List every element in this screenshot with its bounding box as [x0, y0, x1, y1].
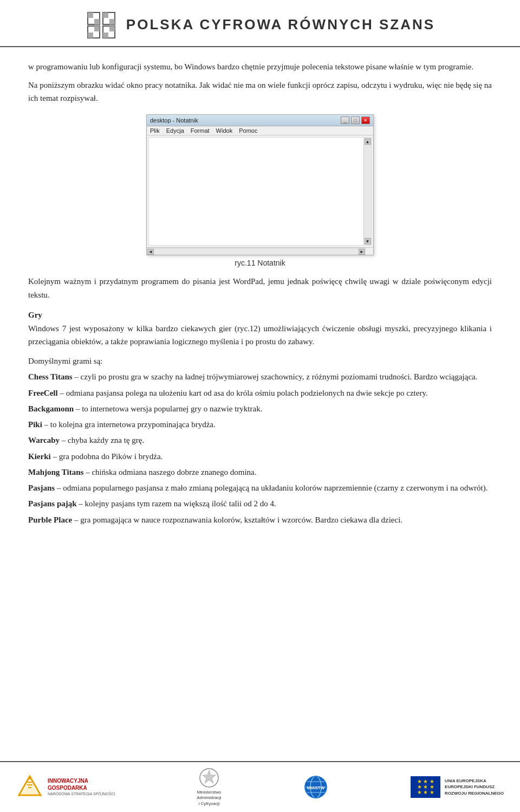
- notepad-body: ▲ ▼: [148, 137, 372, 246]
- games-intro: Windows 7 jest wyposażony w kilka bardzo…: [28, 322, 492, 349]
- svg-rect-15: [27, 784, 32, 785]
- game-name-pasjans: Pasjans: [28, 484, 55, 492]
- page-wrapper: POLSKA CYFROWA RÓWNYCH SZANS w programow…: [0, 0, 520, 812]
- menu-pomoc[interactable]: Pomoc: [239, 127, 257, 134]
- scroll-right-arrow[interactable]: ►: [359, 249, 365, 255]
- game-name-backgamonn: Backgamonn: [28, 404, 74, 413]
- notepad-titlebar-buttons: _ □ ✕: [341, 117, 370, 124]
- notepad-menubar: Plik Edycja Format Widok Pomoc: [147, 126, 373, 136]
- footer: INNOWACYJNAGOSPODARKA NARODOWA STRATEGIA…: [0, 761, 520, 812]
- eu-text-block: UNIA EUROPEJSKA EUROPEJSKI FUNDUSZ ROZWO…: [445, 778, 504, 796]
- game-desc-chess: – czyli po prostu gra w szachy na ładnej…: [73, 372, 478, 381]
- svg-rect-5: [109, 19, 115, 24]
- internet-icon: MIASTW: [303, 774, 329, 800]
- game-desc-freecell: – odmiana pasjansa polega na ułożeniu ka…: [58, 389, 428, 397]
- list-item: Backgamonn – to internetowa wersja popul…: [28, 402, 492, 416]
- innowacyjna-sub-text: NARODOWA STRATEGIA SPÓJNOŚCI: [48, 791, 115, 796]
- footer-logo-eu: ★ ★ ★★ ★ ★★ ★ ★ UNIA EUROPEJSKA EUROPEJS…: [411, 776, 504, 798]
- footer-logo-innowacyjna: INNOWACYJNAGOSPODARKA NARODOWA STRATEGIA…: [16, 774, 115, 801]
- notepad-caption: ryc.11 Notatnik: [28, 259, 492, 267]
- scroll-left-arrow[interactable]: ◄: [147, 249, 154, 255]
- wordpad-text: Kolejnym ważnym i przydatnym programem d…: [28, 275, 492, 302]
- eu-flag-icon: ★ ★ ★★ ★ ★★ ★ ★: [411, 776, 440, 798]
- game-name-freecell: FreeCell: [28, 389, 58, 397]
- footer-logo-internet: MIASTW: [303, 774, 329, 800]
- svg-point-17: [28, 776, 31, 779]
- games-heading: Gry: [28, 311, 492, 320]
- ministerstwo-text: Ministerstwo Administracji i Cyfryzacji: [197, 790, 221, 807]
- default-games-label: Domyślnymi grami są:: [28, 354, 492, 368]
- list-item: Purble Place – gra pomagająca w nauce ro…: [28, 513, 492, 527]
- svg-rect-2: [94, 19, 100, 24]
- game-name-purble: Purble Place: [28, 515, 72, 524]
- menu-plik[interactable]: Plik: [150, 127, 160, 134]
- list-item: Piki – to kolejna gra internetowa przypo…: [28, 417, 492, 431]
- svg-rect-14: [26, 782, 34, 783]
- maximize-button[interactable]: □: [351, 117, 360, 124]
- game-name-mahjong: Mahjong Titans: [28, 468, 83, 476]
- game-desc-pasjans: – odmiana popularnego pasjansa z mało zm…: [55, 484, 487, 492]
- innowacyjna-icon: [16, 774, 43, 801]
- svg-rect-7: [94, 26, 100, 31]
- footer-logo-ministerstwo: Ministerstwo Administracji i Cyfryzacji: [197, 768, 221, 807]
- notepad-bottom-bar: ◄ ►: [147, 247, 373, 255]
- ministerstwo-icon: [199, 768, 219, 788]
- notepad-hscrollbar[interactable]: ◄ ►: [147, 248, 366, 255]
- game-name-kierki: Kierki: [28, 452, 51, 461]
- game-desc-pajak: – kolejny pasjans tym razem na większą i…: [77, 499, 276, 508]
- game-name-piki: Piki: [28, 420, 42, 429]
- header-logo-icon: [85, 10, 118, 40]
- notepad-window: desktop - Notatnik _ □ ✕ Plik Edycja For…: [146, 114, 374, 255]
- svg-rect-16: [28, 787, 31, 788]
- svg-text:MIASTW: MIASTW: [307, 785, 325, 790]
- svg-rect-10: [103, 33, 108, 38]
- notepad-vscrollbar[interactable]: ▲ ▼: [363, 138, 371, 245]
- games-list: Domyślnymi grami są: Chess Titans – czyl…: [28, 354, 492, 527]
- notepad-title-text: desktop - Notatnik: [150, 117, 198, 124]
- game-name-pajak: Pasjans pająk: [28, 499, 77, 508]
- svg-marker-19: [203, 770, 216, 783]
- svg-rect-8: [88, 33, 93, 38]
- intro-para2: Na poniższym obrazku widać okno pracy no…: [28, 79, 492, 105]
- list-item: Chess Titans – czyli po prostu gra w sza…: [28, 370, 492, 384]
- game-desc-mahjong: – chińska odmiana naszego dobrze znanego…: [83, 468, 256, 476]
- menu-edycja[interactable]: Edycja: [166, 127, 184, 134]
- main-content: w programowaniu lub konfiguracji systemu…: [0, 47, 520, 761]
- menu-format[interactable]: Format: [191, 127, 210, 134]
- game-name-chess: Chess Titans: [28, 372, 73, 381]
- svg-rect-4: [103, 12, 108, 18]
- svg-rect-1: [88, 12, 93, 18]
- innowacyjna-text-block: INNOWACYJNAGOSPODARKA NARODOWA STRATEGIA…: [48, 777, 115, 796]
- list-item: Warcaby – chyba każdy zna tę grę.: [28, 433, 492, 447]
- notepad-screenshot-container: desktop - Notatnik _ □ ✕ Plik Edycja For…: [28, 114, 492, 255]
- list-item: Pasjans pająk – kolejny pasjans tym raze…: [28, 497, 492, 511]
- game-desc-piki: – to kolejna gra internetowa przypominaj…: [42, 420, 216, 429]
- eu-stars: ★ ★ ★★ ★ ★★ ★ ★: [417, 779, 434, 795]
- list-item: Mahjong Titans – chińska odmiana naszego…: [28, 465, 492, 479]
- game-desc-kierki: – gra podobna do Pików i brydża.: [51, 452, 163, 461]
- notepad-titlebar: desktop - Notatnik _ □ ✕: [147, 115, 373, 126]
- list-item: FreeCell – odmiana pasjansa polega na uł…: [28, 386, 492, 400]
- svg-rect-11: [109, 26, 115, 31]
- list-item: Pasjans – odmiana popularnego pasjansa z…: [28, 481, 492, 495]
- intro-para1: w programowaniu lub konfiguracji systemu…: [28, 60, 492, 73]
- header: POLSKA CYFROWA RÓWNYCH SZANS: [0, 0, 520, 47]
- minimize-button[interactable]: _: [341, 117, 349, 124]
- game-name-warcaby: Warcaby: [28, 436, 60, 444]
- scroll-down-arrow[interactable]: ▼: [365, 238, 371, 244]
- game-desc-warcaby: – chyba każdy zna tę grę.: [60, 436, 144, 444]
- innowacyjna-main-text: INNOWACYJNAGOSPODARKA: [48, 777, 115, 791]
- game-desc-backgamonn: – to internetowa wersja popularnej gry o…: [74, 404, 262, 413]
- close-button[interactable]: ✕: [361, 117, 370, 124]
- header-title: POLSKA CYFROWA RÓWNYCH SZANS: [126, 16, 435, 33]
- menu-widok[interactable]: Widok: [216, 127, 233, 134]
- game-desc-purble: – gra pomagająca w nauce rozpoznawania k…: [72, 515, 402, 524]
- scroll-up-arrow[interactable]: ▲: [365, 138, 371, 145]
- list-item: Kierki – gra podobna do Pików i brydża.: [28, 449, 492, 463]
